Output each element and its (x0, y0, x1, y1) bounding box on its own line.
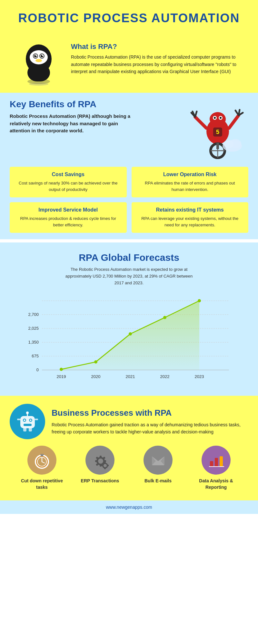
svg-rect-73 (100, 456, 102, 458)
what-is-rpa-heading: What is RPA? (71, 43, 245, 51)
process-label-cut-down: Cut down repetitive tasks (21, 478, 63, 490)
svg-text:5: 5 (216, 129, 219, 135)
benefit-card-body-3: RPA increases production & reduces cycle… (16, 215, 120, 228)
robot-icon-svg (15, 410, 40, 434)
process-icon-cut-down (27, 446, 56, 475)
svg-point-72 (98, 459, 103, 464)
benefit-card-title-3: Improved Service Model (16, 207, 120, 213)
benefit-card-body-4: RPA can leverage your existing systems, … (138, 215, 242, 228)
stopwatch-icon (33, 451, 51, 469)
svg-point-8 (35, 55, 37, 56)
svg-text:1,350: 1,350 (28, 340, 39, 345)
forecast-chart: 0 675 1,350 2,025 2,700 2019 2020 2021 2… (16, 293, 242, 383)
business-section: Business Processes with RPA Robotic Proc… (0, 396, 258, 500)
business-top: Business Processes with RPA Robotic Proc… (10, 404, 248, 439)
svg-text:675: 675 (32, 354, 39, 358)
process-item-cut-down: Cut down repetitive tasks (21, 446, 63, 490)
process-label-email: Bulk E-mails (144, 478, 172, 484)
svg-rect-61 (23, 428, 26, 431)
svg-point-82 (104, 464, 107, 467)
svg-rect-31 (216, 143, 219, 149)
main-title: ROBOTIC PROCESS AUTOMATION (10, 6, 248, 28)
process-item-data-analysis: Data Analysis & Reporting (195, 446, 237, 490)
forecasts-description: The Robotic Process Automation market is… (61, 266, 197, 286)
business-text: Business Processes with RPA Robotic Proc… (52, 408, 248, 436)
forecasts-heading: RPA Global Forecasts (10, 252, 248, 263)
benefit-card-title-1: Cost Savings (16, 172, 120, 177)
benefit-card-title-4: Retains existing IT systems (138, 207, 242, 213)
benefit-card-lower-risk: Lower Operation Risk RPA eliminates the … (132, 167, 249, 197)
svg-text:2020: 2020 (91, 374, 101, 379)
chart-bar-icon (207, 451, 225, 469)
svg-text:2019: 2019 (57, 374, 66, 379)
svg-text:0: 0 (36, 367, 39, 372)
footer-section: www.newgenapps.com (0, 500, 258, 514)
svg-rect-59 (17, 419, 20, 420)
svg-point-54 (24, 419, 25, 421)
chart-dot-2019 (60, 368, 63, 371)
svg-rect-83 (104, 462, 106, 464)
robot-svg-1 (16, 32, 61, 86)
process-icon-data-analysis (202, 446, 231, 475)
benefits-text: Key Benefits of RPA Robotic Process Auto… (10, 99, 181, 135)
chart-dot-2023 (198, 299, 201, 302)
what-is-rpa-row: What is RPA? Robotic Process Automation … (10, 28, 248, 93)
svg-text:2022: 2022 (160, 374, 170, 379)
benefit-card-body-2: RPA eliminates the rate of errors and ph… (138, 180, 242, 193)
gear-icon (90, 451, 110, 469)
benefit-card-service-model: Improved Service Model RPA increases pro… (10, 202, 127, 233)
process-icons-row: Cut down repetitive tasks (10, 446, 248, 490)
svg-rect-58 (24, 424, 32, 426)
process-label-data-analysis: Data Analysis & Reporting (195, 478, 237, 490)
process-item-bulk-email: Bulk E-mails (137, 446, 179, 484)
process-item-erp: ERP Transactions (79, 446, 121, 484)
svg-rect-74 (100, 464, 102, 467)
svg-point-17 (220, 117, 222, 119)
svg-rect-62 (29, 428, 32, 431)
benefit-card-title-2: Lower Operation Risk (138, 172, 242, 177)
svg-point-3 (30, 50, 48, 64)
svg-line-21 (229, 115, 239, 128)
chart-dot-2020 (94, 360, 97, 364)
footer-url[interactable]: www.newgenapps.com (106, 505, 152, 510)
svg-point-9 (42, 55, 43, 56)
svg-text:2,700: 2,700 (28, 312, 39, 317)
svg-line-20 (195, 117, 206, 128)
chart-container: 0 675 1,350 2,025 2,700 2019 2020 2021 2… (10, 293, 248, 389)
process-label-erp: ERP Transactions (81, 478, 119, 484)
svg-rect-93 (220, 456, 223, 467)
chart-dot-2022 (163, 316, 166, 319)
business-description: Robotic Process Automation gained tracti… (52, 421, 248, 436)
svg-rect-76 (104, 460, 106, 462)
what-is-rpa-text: Robotic Process Automation (RPA) is the … (71, 53, 245, 75)
svg-point-13 (210, 112, 226, 126)
svg-rect-92 (215, 458, 218, 467)
forecasts-section: RPA Global Forecasts The Robotic Process… (0, 242, 258, 396)
benefit-card-body-1: Cost savings of nearly 30% can be achiev… (16, 180, 120, 193)
svg-text:2,025: 2,025 (28, 326, 39, 331)
header-section: ROBOTIC PROCESS AUTOMATION (0, 0, 258, 93)
benefits-heading: Key Benefits of RPA (10, 99, 181, 109)
process-icon-email (144, 446, 173, 475)
robot-icon-circle (10, 404, 45, 439)
svg-rect-84 (104, 468, 106, 469)
process-icon-erp (85, 446, 114, 475)
svg-point-57 (26, 412, 29, 414)
svg-rect-51 (20, 416, 35, 428)
svg-rect-75 (95, 460, 97, 462)
svg-rect-60 (35, 419, 38, 420)
svg-point-55 (30, 419, 31, 421)
email-icon (149, 451, 167, 469)
svg-point-16 (214, 117, 216, 119)
benefits-section: Key Benefits of RPA Robotic Process Auto… (0, 93, 258, 239)
benefit-card-it-systems: Retains existing IT systems RPA can leve… (132, 202, 249, 233)
svg-point-11 (29, 82, 48, 86)
chart-area: 0 675 1,350 2,025 2,700 2019 2020 2021 2… (16, 293, 242, 383)
chart-dot-2021 (129, 332, 132, 336)
robot-illustration-2: 5 (184, 99, 248, 160)
benefits-cards: Cost Savings Cost savings of nearly 30% … (10, 167, 248, 233)
svg-rect-85 (102, 465, 103, 466)
benefit-card-cost-savings: Cost Savings Cost savings of nearly 30% … (10, 167, 127, 197)
rpa-description: What is RPA? Robotic Process Automation … (71, 43, 245, 75)
svg-rect-86 (107, 465, 109, 466)
